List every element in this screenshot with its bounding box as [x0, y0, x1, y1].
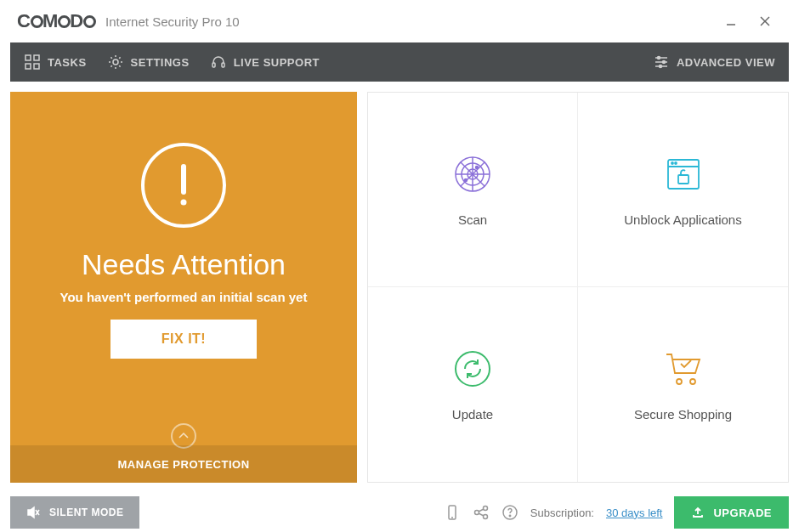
svg-rect-6 — [34, 64, 39, 69]
fix-it-button[interactable]: FIX IT! — [110, 320, 257, 359]
unblock-tile[interactable]: Unblock Applications — [578, 93, 788, 287]
main-content: Needs Attention You haven't performed an… — [0, 82, 799, 493]
shopping-tile[interactable]: Secure Shopping — [578, 287, 788, 482]
advanced-view-label: ADVANCED VIEW — [677, 56, 775, 69]
svg-rect-31 — [678, 175, 688, 184]
svg-point-7 — [113, 59, 118, 65]
svg-point-25 — [476, 166, 479, 168]
settings-menu[interactable]: SETTINGS — [107, 54, 190, 71]
svg-point-41 — [483, 515, 487, 519]
svg-point-14 — [662, 61, 665, 64]
svg-rect-8 — [212, 63, 215, 67]
subscription-label: Subscription: — [530, 507, 594, 519]
gear-icon — [107, 54, 124, 71]
cart-icon — [662, 349, 705, 388]
titlebar: CMD Internet Security Pro 10 — [0, 0, 799, 42]
silent-mode-button[interactable]: SILENT MODE — [10, 496, 139, 529]
tasks-menu[interactable]: TASKS — [24, 54, 87, 71]
status-title: Needs Attention — [82, 248, 286, 281]
upload-icon — [691, 506, 705, 519]
help-icon[interactable] — [502, 504, 518, 521]
menubar: TASKS SETTINGS LIVE SUPPORT ADVANCED VIE… — [10, 42, 789, 82]
scan-tile[interactable]: Scan — [368, 93, 578, 287]
update-tile[interactable]: Update — [368, 287, 578, 482]
tasks-icon — [24, 54, 41, 71]
action-tiles: Scan Unblock Applications Update Secure … — [367, 92, 789, 483]
svg-point-45 — [509, 515, 510, 516]
svg-point-17 — [181, 200, 187, 206]
svg-rect-5 — [26, 64, 31, 69]
status-panel: Needs Attention You haven't performed an… — [10, 92, 357, 483]
close-icon — [759, 15, 771, 27]
headset-icon — [210, 54, 227, 71]
upgrade-button[interactable]: UPGRADE — [674, 496, 789, 529]
svg-point-34 — [690, 379, 695, 384]
radar-icon — [453, 155, 492, 194]
shopping-label: Secure Shopping — [634, 407, 732, 422]
svg-point-33 — [677, 379, 682, 384]
silent-mode-label: SILENT MODE — [49, 507, 124, 518]
sliders-icon — [653, 54, 670, 71]
svg-point-26 — [465, 178, 468, 181]
svg-point-13 — [657, 57, 660, 59]
svg-line-43 — [479, 513, 484, 516]
manage-protection-label: MANAGE PROTECTION — [117, 458, 249, 471]
svg-rect-9 — [222, 63, 224, 67]
unlock-window-icon — [664, 155, 703, 194]
close-button[interactable] — [748, 4, 782, 38]
app-name: Internet Security Pro 10 — [105, 14, 240, 29]
status-subtitle: You haven't performed an initial scan ye… — [60, 290, 308, 304]
footer: SILENT MODE Subscription: 30 days left U… — [0, 493, 799, 532]
speaker-mute-icon — [26, 505, 41, 520]
upgrade-label: UPGRADE — [713, 507, 772, 519]
settings-label: SETTINGS — [131, 56, 190, 69]
live-support-label: LIVE SUPPORT — [234, 56, 320, 69]
svg-point-29 — [672, 162, 673, 164]
mobile-icon[interactable] — [444, 504, 461, 521]
unblock-label: Unblock Applications — [624, 212, 741, 227]
svg-point-30 — [675, 162, 677, 164]
tasks-label: TASKS — [48, 56, 87, 69]
minimize-button[interactable] — [714, 4, 748, 38]
svg-rect-4 — [34, 55, 39, 60]
status-icon — [141, 143, 226, 228]
svg-point-15 — [659, 65, 661, 68]
minimize-icon — [725, 15, 737, 27]
alert-icon — [162, 160, 205, 211]
svg-point-32 — [456, 352, 490, 386]
svg-point-40 — [483, 507, 487, 511]
manage-protection-button[interactable]: MANAGE PROTECTION — [10, 445, 357, 483]
svg-line-42 — [479, 509, 484, 512]
svg-rect-3 — [26, 55, 31, 60]
live-support-menu[interactable]: LIVE SUPPORT — [210, 54, 320, 71]
svg-point-39 — [474, 511, 479, 515]
advanced-view-menu[interactable]: ADVANCED VIEW — [653, 54, 775, 71]
refresh-icon — [453, 349, 492, 388]
update-label: Update — [452, 407, 493, 422]
share-icon[interactable] — [473, 504, 490, 521]
scan-label: Scan — [458, 212, 487, 227]
brand-logo: CMD — [17, 10, 95, 32]
subscription-link[interactable]: 30 days left — [606, 507, 663, 519]
